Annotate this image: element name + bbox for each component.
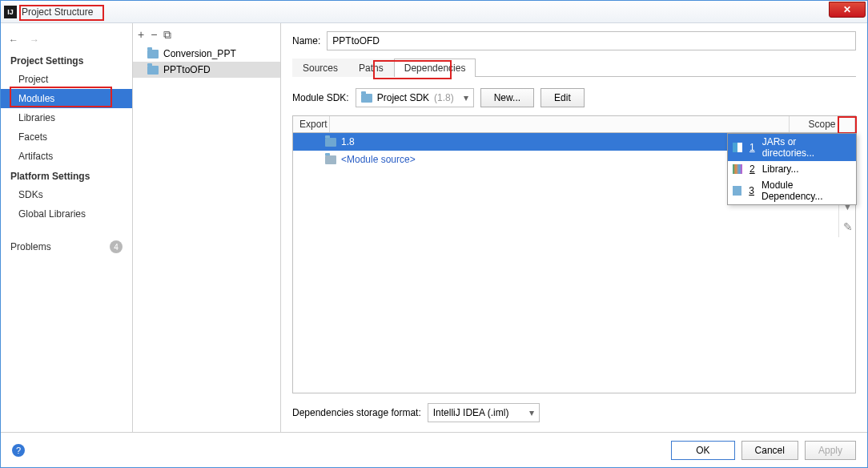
body: ← → Project Settings Project Modules Lib… xyxy=(1,23,867,432)
app-icon: IJ xyxy=(4,6,17,18)
tree-item-label: PPTtoOFD xyxy=(163,64,211,75)
sidebar-item-problems[interactable]: Problems 4 xyxy=(1,236,132,257)
name-row: Name: xyxy=(292,31,856,50)
back-arrow-icon[interactable]: ← xyxy=(9,34,18,46)
copy-icon[interactable]: ⧉ xyxy=(163,28,171,42)
tab-paths[interactable]: Paths xyxy=(348,58,394,77)
th-spacer xyxy=(330,116,790,132)
deps-table-header: Export Scope xyxy=(292,115,856,133)
tree-item-label: Conversion_PPT xyxy=(163,48,236,59)
library-icon xyxy=(733,164,742,174)
sidebar-item-artifacts[interactable]: Artifacts xyxy=(1,147,132,166)
add-icon[interactable]: + xyxy=(138,28,144,41)
tree-toolbar: + − ⧉ xyxy=(133,23,280,46)
window-title: Project Structure xyxy=(22,6,93,18)
th-export[interactable]: Export xyxy=(293,116,330,132)
sidebar-item-global-libraries[interactable]: Global Libraries xyxy=(1,204,132,224)
titlebar: IJ Project Structure ✕ xyxy=(1,1,867,23)
sdk-dropdown[interactable]: Project SDK (1.8) xyxy=(356,88,474,107)
th-scope[interactable]: Scope xyxy=(790,116,855,132)
ok-button[interactable]: OK xyxy=(671,441,734,460)
tab-dependencies[interactable]: Dependencies xyxy=(394,58,476,77)
popup-shortcut: 3 xyxy=(749,185,754,196)
storage-value: IntelliJ IDEA (.iml) xyxy=(433,407,509,418)
storage-dropdown[interactable]: IntelliJ IDEA (.iml) xyxy=(428,403,540,422)
close-button[interactable]: ✕ xyxy=(829,2,866,18)
popup-shortcut: 1 xyxy=(749,142,755,153)
dep-label: 1.8 xyxy=(341,136,355,147)
folder-icon xyxy=(325,155,336,164)
forward-arrow-icon[interactable]: → xyxy=(30,34,39,46)
edit-button[interactable]: Edit xyxy=(540,88,585,107)
module-icon xyxy=(733,186,741,196)
sidebar-section-project: Project Settings xyxy=(1,50,132,70)
sidebar-item-sdks[interactable]: SDKs xyxy=(1,185,132,204)
tab-sources[interactable]: Sources xyxy=(292,58,348,77)
sdk-row: Module SDK: Project SDK (1.8) New... Edi… xyxy=(292,88,856,107)
name-input[interactable] xyxy=(327,31,856,50)
new-button[interactable]: New... xyxy=(480,88,534,107)
popup-label: Module Dependency... xyxy=(762,180,851,202)
edit-dep-icon[interactable]: ✎ xyxy=(839,216,856,237)
storage-row: Dependencies storage format: IntelliJ ID… xyxy=(292,403,856,422)
sidebar-item-libraries[interactable]: Libraries xyxy=(1,108,132,127)
problems-badge: 4 xyxy=(110,240,123,253)
nav-arrows: ← → xyxy=(1,30,132,50)
module-icon xyxy=(147,66,159,75)
sidebar-section-platform: Platform Settings xyxy=(1,166,132,185)
footer: ? OK Cancel Apply xyxy=(1,432,867,467)
remove-icon[interactable]: − xyxy=(151,28,157,41)
folder-icon xyxy=(361,94,372,103)
help-icon[interactable]: ? xyxy=(12,444,25,457)
main-panel: Name: Sources Paths Dependencies Module … xyxy=(281,23,867,432)
popup-item-library[interactable]: 2 Library... xyxy=(728,161,856,177)
dep-label: <Module source> xyxy=(341,154,416,165)
sidebar: ← → Project Settings Project Modules Lib… xyxy=(1,23,133,432)
sidebar-item-modules[interactable]: Modules xyxy=(1,89,132,108)
folder-icon xyxy=(325,138,336,147)
tree-item-ppttoofd[interactable]: PPTtoOFD xyxy=(133,62,280,78)
name-label: Name: xyxy=(292,35,320,46)
sidebar-problems-label: Problems xyxy=(10,241,51,252)
popup-label: Library... xyxy=(762,163,799,175)
tree-item-conversion[interactable]: Conversion_PPT xyxy=(133,46,280,62)
jar-icon xyxy=(733,143,742,152)
apply-button[interactable]: Apply xyxy=(805,441,856,460)
popup-shortcut: 2 xyxy=(749,163,755,175)
sdk-label: Module SDK: xyxy=(292,92,349,103)
popup-item-module-dep[interactable]: 3 Module Dependency... xyxy=(728,177,856,204)
project-structure-window: IJ Project Structure ✕ ← → Project Setti… xyxy=(0,0,868,468)
tabs: Sources Paths Dependencies xyxy=(292,58,856,77)
modules-tree: + − ⧉ Conversion_PPT PPTtoOFD xyxy=(133,23,281,432)
sidebar-item-project[interactable]: Project xyxy=(1,70,132,89)
storage-label: Dependencies storage format: xyxy=(292,407,421,418)
popup-label: JARs or directories... xyxy=(762,136,851,159)
sdk-value: Project SDK xyxy=(377,92,429,103)
cancel-button[interactable]: Cancel xyxy=(741,441,798,460)
popup-item-jars[interactable]: 1 JARs or directories... xyxy=(728,134,856,161)
sidebar-item-facets[interactable]: Facets xyxy=(1,127,132,147)
sdk-version: (1.8) xyxy=(434,92,454,103)
add-dependency-popup: 1 JARs or directories... 2 Library... 3 … xyxy=(727,133,857,205)
module-icon xyxy=(147,50,159,58)
